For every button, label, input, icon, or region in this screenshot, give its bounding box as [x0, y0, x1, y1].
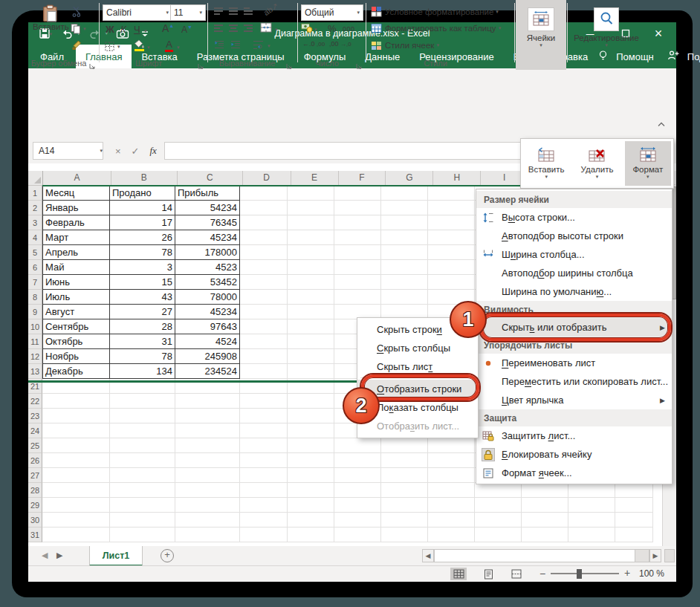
- font-size-combobox[interactable]: 11▾: [170, 4, 206, 21]
- cell-K31[interactable]: [568, 528, 615, 542]
- cell-F1[interactable]: [334, 186, 381, 201]
- cell-E23[interactable]: [288, 409, 334, 423]
- align-right-icon[interactable]: [244, 23, 253, 33]
- cell-F6[interactable]: [334, 260, 381, 275]
- page-layout-view-icon[interactable]: [480, 568, 496, 580]
- cell-E10[interactable]: [288, 319, 334, 334]
- cell-L31[interactable]: [615, 528, 653, 542]
- cell-I30[interactable]: [475, 513, 522, 528]
- number-dialog-launcher-icon[interactable]: [355, 59, 363, 67]
- grow-font-button[interactable]: А▲: [162, 22, 174, 34]
- cell-C25[interactable]: [175, 438, 240, 453]
- italic-button[interactable]: К: [120, 24, 126, 35]
- cell-D30[interactable]: [240, 513, 288, 528]
- cell-F25[interactable]: [334, 438, 381, 453]
- cell-G1[interactable]: [381, 186, 428, 201]
- wrap-text-icon[interactable]: [253, 40, 264, 50]
- column-header-C[interactable]: C: [178, 171, 243, 186]
- cell-B13[interactable]: 134: [110, 364, 175, 379]
- shrink-font-button[interactable]: А▼: [181, 25, 192, 35]
- accounting-dropdown-icon[interactable]: ▾: [314, 27, 317, 33]
- cell-D2[interactable]: [240, 201, 288, 215]
- font-dialog-launcher-icon[interactable]: [197, 59, 204, 67]
- cell-J29[interactable]: [522, 498, 568, 513]
- cell-H27[interactable]: [428, 468, 475, 483]
- column-header-G[interactable]: G: [386, 171, 433, 186]
- cell-D22[interactable]: [240, 394, 288, 409]
- insert-function-icon[interactable]: fx: [150, 145, 157, 157]
- cell-C11[interactable]: 4524: [175, 334, 240, 349]
- cell-B1[interactable]: Продано: [110, 186, 175, 201]
- cell-D13[interactable]: [240, 364, 288, 379]
- menu-item-автоподбор-высоты-строки[interactable]: Автоподбор высоты строки: [476, 227, 672, 245]
- cell-G31[interactable]: [381, 528, 428, 542]
- cell-C12[interactable]: 245908: [175, 349, 240, 364]
- menu-item-защитить-лист-[interactable]: Защитить лист...: [476, 426, 672, 445]
- row-header-3[interactable]: 3: [28, 215, 42, 230]
- conditional-formatting-button[interactable]: Условное форматирование▾: [371, 6, 499, 17]
- cell-A7[interactable]: Июнь: [42, 275, 110, 290]
- cell-F7[interactable]: [334, 275, 381, 290]
- cell-A6[interactable]: Май: [42, 260, 110, 275]
- cell-A26[interactable]: [42, 453, 110, 468]
- align-top-icon[interactable]: [214, 6, 223, 16]
- cell-F29[interactable]: [334, 498, 381, 513]
- fill-color-icon[interactable]: [134, 39, 145, 51]
- cell-B31[interactable]: [110, 528, 175, 542]
- increase-decimal-icon[interactable]: ←.0 ,00: [302, 40, 325, 48]
- cell-H29[interactable]: [428, 498, 475, 513]
- prev-sheet-icon[interactable]: ◀: [42, 551, 48, 560]
- cell-F8[interactable]: [334, 290, 381, 305]
- cell-styles-button[interactable]: Стили ячеек▾: [371, 40, 439, 51]
- zoom-slider-track[interactable]: [551, 573, 619, 574]
- alignment-dialog-launcher-icon[interactable]: [285, 59, 293, 67]
- hscroll-left-icon[interactable]: ◀: [422, 549, 434, 562]
- cell-H2[interactable]: [428, 201, 475, 215]
- cell-C1[interactable]: Прибыль: [175, 186, 240, 201]
- row-header-24[interactable]: 24: [28, 423, 42, 438]
- cell-J28[interactable]: [522, 483, 568, 498]
- paste-button[interactable]: Вставить▾: [33, 4, 69, 37]
- cell-C22[interactable]: [175, 394, 240, 409]
- cell-E31[interactable]: [288, 528, 334, 542]
- cell-C28[interactable]: [175, 483, 240, 498]
- underline-button[interactable]: Ч: [134, 24, 140, 35]
- cell-A13[interactable]: Декабрь: [42, 364, 110, 379]
- cell-C10[interactable]: 97643: [175, 319, 240, 334]
- cell-H4[interactable]: [428, 230, 475, 245]
- cell-G6[interactable]: [381, 260, 428, 275]
- cell-C9[interactable]: 45234: [175, 305, 240, 319]
- cell-D23[interactable]: [240, 409, 288, 423]
- cell-A11[interactable]: Октябрь: [42, 334, 110, 349]
- cell-C23[interactable]: [175, 409, 240, 423]
- submenu-item-скрыть-лист[interactable]: Скрыть лист: [357, 357, 478, 376]
- menu-item-блокировать-ячейку[interactable]: Блокировать ячейку: [476, 445, 672, 464]
- row-header-2[interactable]: 2: [28, 201, 42, 215]
- cell-G3[interactable]: [381, 215, 428, 230]
- menu-item-ширина-столбца-[interactable]: Ширина столбца...: [476, 245, 672, 264]
- cell-F28[interactable]: [334, 483, 381, 498]
- cell-A30[interactable]: [42, 513, 110, 528]
- merge-dropdown-icon[interactable]: ▾: [275, 27, 278, 33]
- row-header-22[interactable]: 22: [28, 394, 42, 409]
- row-header-31[interactable]: 31: [28, 528, 42, 542]
- cell-J30[interactable]: [522, 513, 568, 528]
- cell-B24[interactable]: [110, 423, 175, 438]
- cell-C30[interactable]: [175, 513, 240, 528]
- cell-K30[interactable]: [568, 513, 615, 528]
- copy-icon[interactable]: ▾: [70, 23, 86, 34]
- cell-H1[interactable]: [428, 186, 475, 201]
- zoom-out-icon[interactable]: −: [539, 568, 545, 580]
- cell-L29[interactable]: [615, 498, 653, 513]
- cell-G8[interactable]: [381, 290, 428, 305]
- cell-G5[interactable]: [381, 245, 428, 260]
- cell-F3[interactable]: [334, 215, 381, 230]
- cell-I31[interactable]: [475, 528, 522, 542]
- menu-item-переместить-или-скопировать-лист-[interactable]: Переместить или скопировать лист...: [476, 372, 672, 391]
- cell-A2[interactable]: Январь: [42, 201, 110, 215]
- cell-B12[interactable]: 78: [110, 349, 175, 364]
- cell-G7[interactable]: [381, 275, 428, 290]
- cell-H26[interactable]: [428, 453, 475, 468]
- cell-E29[interactable]: [288, 498, 334, 513]
- cell-E9[interactable]: [288, 305, 334, 319]
